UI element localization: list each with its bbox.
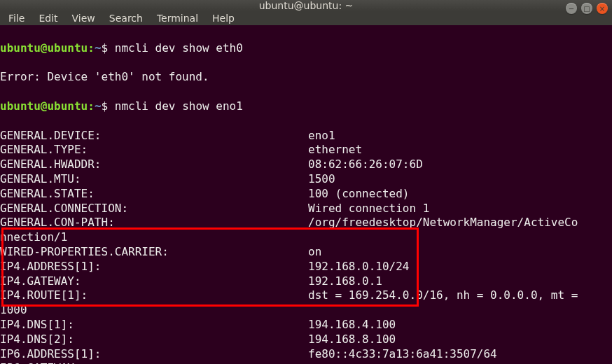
output-key: WIRED-PROPERTIES.CARRIER: [0, 245, 308, 260]
menu-file[interactable]: File [3, 11, 30, 25]
output-key: IP4.ADDRESS[1]: [0, 260, 308, 274]
output-key: IP6.GATEWAY: [0, 361, 308, 364]
output-row: GENERAL.CONNECTION:Wired connection 1 [0, 202, 612, 216]
menu-search[interactable]: Search [104, 11, 148, 25]
output-key: IP6.ADDRESS[1]: [0, 347, 308, 362]
output-value: Wired connection 1 [308, 202, 612, 216]
close-button[interactable]: × [597, 3, 608, 14]
output-row: WIRED-PROPERTIES.CARRIER:on [0, 245, 612, 260]
command-1: nmcli dev show eth0 [115, 41, 243, 56]
command-2: nmcli dev show eno1 [115, 99, 243, 114]
prompt-userhost: ubuntu@ubuntu [0, 99, 88, 114]
output-value: dst = 169.254.0.0/16, nh = 0.0.0.0, mt = [308, 288, 612, 303]
output-value: 1500 [308, 172, 612, 187]
output-row: IP4.DNS[2]:194.168.8.100 [0, 332, 612, 347]
output-key: IP4.DNS[2]: [0, 332, 308, 347]
output-value [308, 303, 612, 318]
prompt-dollar: $ [102, 99, 109, 114]
output-key: GENERAL.CONNECTION: [0, 202, 308, 216]
menu-edit[interactable]: Edit [33, 11, 63, 25]
output-value: 194.168.4.100 [308, 318, 612, 332]
output-value: eno1 [308, 129, 612, 144]
output-key: IP4.GATEWAY: [0, 274, 308, 289]
menu-help[interactable]: Help [207, 11, 240, 25]
maximize-button[interactable]: □ [581, 3, 592, 14]
output-key: GENERAL.CON-PATH: [0, 216, 308, 230]
output-value: 194.168.8.100 [308, 332, 612, 347]
output-key: IP4.ROUTE[1]: [0, 288, 308, 303]
prompt-dollar: $ [102, 41, 109, 56]
output-row: GENERAL.TYPE:ethernet [0, 143, 612, 158]
output-row: IP4.ADDRESS[1]:192.168.0.10/24 [0, 260, 612, 274]
terminal-window: ubuntu@ubuntu: ~ − □ × File Edit View Se… [0, 0, 612, 364]
output-value [308, 230, 612, 245]
output-value: 192.168.0.1 [308, 274, 612, 289]
output-row: GENERAL.MTU:1500 [0, 172, 612, 187]
output-value: -- [308, 361, 612, 364]
output-row: GENERAL.CON-PATH:/org/freedesktop/Networ… [0, 216, 612, 230]
output-row: IP4.DNS[1]:194.168.4.100 [0, 318, 612, 332]
output-key: GENERAL.STATE: [0, 187, 308, 202]
terminal-output[interactable]: ubuntu@ubuntu:~$ nmcli dev show eth0 Err… [0, 25, 612, 364]
output-value: /org/freedesktop/NetworkManager/ActiveCo [308, 216, 612, 230]
menu-view[interactable]: View [67, 11, 101, 25]
output-key: GENERAL.MTU: [0, 172, 308, 187]
prompt-userhost: ubuntu@ubuntu [0, 41, 88, 56]
output-value: ethernet [308, 143, 612, 158]
output-key: nnection/1 [0, 230, 308, 245]
output-row: IP6.ADDRESS[1]:fe80::4c33:7a13:6a41:3507… [0, 347, 612, 362]
prompt-colon: : [88, 99, 95, 114]
output-key: IP4.DNS[1]: [0, 318, 308, 332]
error-line: Error: Device 'eth0' not found. [0, 70, 209, 85]
output-row: IP4.ROUTE[1]:dst = 169.254.0.0/16, nh = … [0, 288, 612, 303]
window-controls: − □ × [566, 3, 608, 14]
output-key: 1000 [0, 303, 308, 318]
output-value: 100 (connected) [308, 187, 612, 202]
output-value: fe80::4c33:7a13:6a41:3507/64 [308, 347, 612, 362]
output-value: 192.168.0.10/24 [308, 260, 612, 274]
output-key: GENERAL.DEVICE: [0, 129, 308, 144]
output-value: 08:62:66:26:07:6D [308, 158, 612, 172]
output-key: GENERAL.HWADDR: [0, 158, 308, 172]
menu-terminal[interactable]: Terminal [151, 11, 204, 25]
prompt-path: ~ [95, 41, 102, 56]
output-value: on [308, 245, 612, 260]
output-row: GENERAL.HWADDR:08:62:66:26:07:6D [0, 158, 612, 172]
output-row: GENERAL.DEVICE:eno1 [0, 129, 612, 144]
output-row: 1000 [0, 303, 612, 318]
output-row: IP4.GATEWAY:192.168.0.1 [0, 274, 612, 289]
output-row: IP6.GATEWAY:-- [0, 361, 612, 364]
window-title: ubuntu@ubuntu: ~ [259, 0, 354, 11]
output-row: nnection/1 [0, 230, 612, 245]
output-row: GENERAL.STATE:100 (connected) [0, 187, 612, 202]
menubar: File Edit View Search Terminal Help [0, 11, 612, 25]
minimize-button[interactable]: − [566, 3, 577, 14]
output-key: GENERAL.TYPE: [0, 143, 308, 158]
prompt-path: ~ [95, 99, 102, 114]
prompt-colon: : [88, 41, 95, 56]
titlebar[interactable]: ubuntu@ubuntu: ~ − □ × [0, 0, 612, 11]
